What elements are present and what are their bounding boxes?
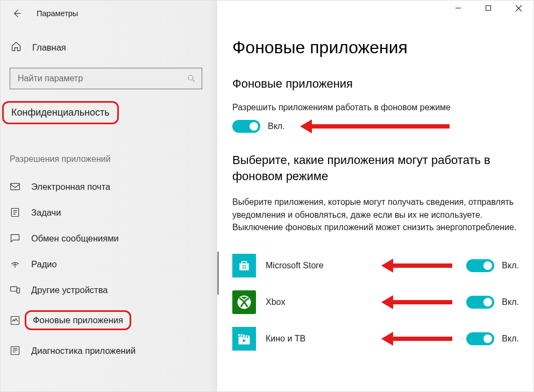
- svg-point-0: [188, 75, 193, 80]
- messaging-icon: [10, 233, 20, 244]
- sidebar-item-diagnostics[interactable]: Диагностика приложений: [0, 338, 217, 364]
- home-nav[interactable]: Главная: [0, 41, 217, 54]
- radio-icon: [10, 259, 20, 269]
- master-toggle[interactable]: [232, 120, 260, 133]
- annotation-arrow: [310, 124, 450, 129]
- sidebar-item-radio[interactable]: Радио: [0, 251, 217, 277]
- app-toggle-xbox[interactable]: [466, 296, 494, 309]
- svg-rect-7: [486, 6, 491, 11]
- svg-rect-4: [17, 288, 19, 293]
- svg-rect-3: [11, 287, 17, 291]
- category-header: Конфиденциальность: [2, 101, 119, 124]
- devices-icon: [10, 284, 20, 295]
- minimize-icon: [455, 5, 461, 11]
- close-button[interactable]: [506, 2, 531, 14]
- background-apps-icon: [10, 315, 20, 326]
- main-content: Фоновые приложения Фоновые приложения Ра…: [217, 0, 534, 392]
- app-toggle-state: Вкл.: [502, 261, 519, 270]
- close-icon: [515, 5, 522, 12]
- svg-rect-9: [245, 265, 246, 266]
- page-title: Фоновые приложения: [232, 38, 519, 58]
- minimize-button[interactable]: [446, 2, 471, 14]
- sidebar-item-label: Фоновые приложения: [25, 310, 131, 330]
- search-icon: [187, 74, 196, 83]
- movies-tv-icon: [232, 327, 256, 351]
- svg-rect-1: [11, 183, 20, 190]
- scrollbar[interactable]: [217, 252, 219, 295]
- nav-list: Электронная почта Задачи Обмен сообщения…: [0, 174, 217, 364]
- home-label: Главная: [32, 42, 66, 53]
- app-row-movies: Кино и ТВ Вкл.: [232, 320, 519, 357]
- sidebar-item-devices[interactable]: Другие устройства: [0, 277, 217, 303]
- app-row-xbox: Xbox Вкл.: [232, 284, 519, 320]
- sidebar: Параметры Главная Конфиденциальность Раз…: [0, 0, 217, 392]
- sidebar-item-email[interactable]: Электронная почта: [0, 174, 217, 199]
- master-toggle-state: Вкл.: [268, 122, 285, 131]
- app-name: Кино и ТВ: [266, 334, 457, 344]
- app-toggle-state: Вкл.: [502, 334, 519, 344]
- svg-rect-8: [243, 265, 244, 266]
- xbox-icon: [232, 290, 256, 314]
- master-toggle-label: Разрешить приложениям работать в фоновом…: [232, 103, 519, 112]
- svg-rect-10: [243, 267, 244, 268]
- app-row-store: Microsoft Store Вкл.: [232, 247, 519, 284]
- tasks-icon: [10, 207, 20, 218]
- section-title-background: Фоновые приложения: [232, 77, 519, 91]
- maximize-button[interactable]: [476, 2, 501, 14]
- sidebar-item-label: Диагностика приложений: [31, 346, 136, 356]
- diagnostics-icon: [10, 345, 20, 356]
- help-text: Выберите приложения, которые могут получ…: [232, 196, 517, 233]
- svg-rect-6: [11, 347, 19, 355]
- app-title: Параметры: [37, 9, 78, 18]
- sidebar-item-tasks[interactable]: Задачи: [0, 199, 217, 225]
- sidebar-item-label: Радио: [31, 259, 57, 269]
- window-controls: [446, 2, 531, 14]
- sidebar-item-label: Задачи: [31, 208, 61, 218]
- sidebar-item-background-apps[interactable]: Фоновые приложения: [0, 303, 217, 338]
- search-input[interactable]: [17, 73, 187, 84]
- app-name: Xbox: [266, 297, 457, 307]
- sidebar-item-label: Электронная почта: [31, 182, 110, 192]
- search-box[interactable]: [10, 68, 202, 89]
- maximize-icon: [485, 5, 492, 11]
- sidebar-item-label: Обмен сообщениями: [31, 233, 119, 244]
- sidebar-item-messaging[interactable]: Обмен сообщениями: [0, 225, 217, 251]
- sidebar-item-label: Другие устройства: [31, 285, 108, 295]
- svg-rect-11: [245, 267, 246, 268]
- back-button[interactable]: [11, 8, 23, 19]
- store-icon: [232, 254, 256, 277]
- app-toggle-store[interactable]: [466, 259, 494, 272]
- app-toggle-state: Вкл.: [502, 297, 519, 307]
- app-toggle-movies[interactable]: [466, 332, 494, 345]
- mail-icon: [10, 181, 20, 192]
- home-icon: [11, 41, 22, 54]
- section-title-choose-apps: Выберите, какие приложения могут работат…: [232, 152, 519, 184]
- app-name: Microsoft Store: [266, 261, 457, 270]
- group-label: Разрешения приложений: [0, 154, 217, 164]
- arrow-left-icon: [11, 8, 22, 19]
